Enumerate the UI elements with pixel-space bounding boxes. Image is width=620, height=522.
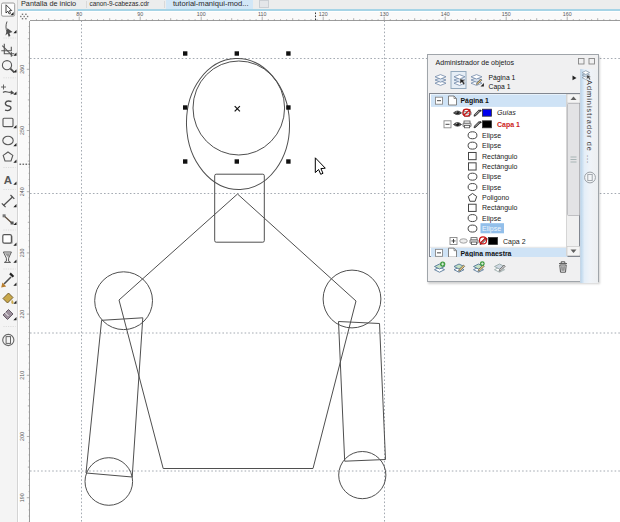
svg-text:Capa 1: Capa 1 — [497, 121, 520, 129]
svg-text:Página maestra: Página maestra — [461, 250, 512, 258]
svg-text:80: 80 — [76, 12, 82, 17]
svg-text:190: 190 — [19, 493, 25, 502]
svg-text:230: 230 — [19, 248, 25, 257]
svg-text:Poligono: Poligono — [482, 194, 509, 202]
svg-text:Página 1: Página 1 — [488, 74, 515, 82]
svg-text:Capa 1: Capa 1 — [488, 83, 510, 91]
svg-text:210: 210 — [19, 370, 25, 379]
svg-text:200: 200 — [19, 432, 25, 441]
svg-text:Elipse: Elipse — [482, 142, 501, 150]
svg-text:Rectángulo: Rectángulo — [482, 163, 518, 171]
svg-text:Guías: Guías — [497, 109, 516, 116]
svg-text:160: 160 — [562, 12, 571, 17]
svg-text:Elipse: Elipse — [482, 215, 501, 223]
svg-text:130: 130 — [379, 12, 388, 17]
svg-text:Elipse: Elipse — [482, 173, 501, 181]
svg-text:100: 100 — [196, 12, 205, 17]
svg-text:90: 90 — [137, 12, 143, 17]
svg-text:140: 140 — [440, 12, 449, 17]
svg-text:220: 220 — [19, 309, 25, 318]
svg-text:Elipse: Elipse — [482, 184, 501, 192]
svg-text:A: A — [4, 174, 12, 186]
svg-text:150: 150 — [501, 12, 510, 17]
svg-text:110: 110 — [257, 12, 265, 17]
svg-text:250: 250 — [19, 126, 25, 135]
svg-text:Elipse: Elipse — [482, 225, 501, 233]
svg-text:Elipse: Elipse — [482, 132, 501, 140]
svg-text:240: 240 — [19, 187, 25, 196]
svg-text:Rectángulo: Rectángulo — [482, 153, 518, 161]
svg-text:Rectángulo: Rectángulo — [482, 204, 518, 212]
svg-text:260: 260 — [19, 64, 25, 73]
svg-text:120: 120 — [318, 12, 327, 17]
svg-text:Página 1: Página 1 — [461, 97, 490, 105]
svg-text:Capa 2: Capa 2 — [503, 238, 526, 246]
